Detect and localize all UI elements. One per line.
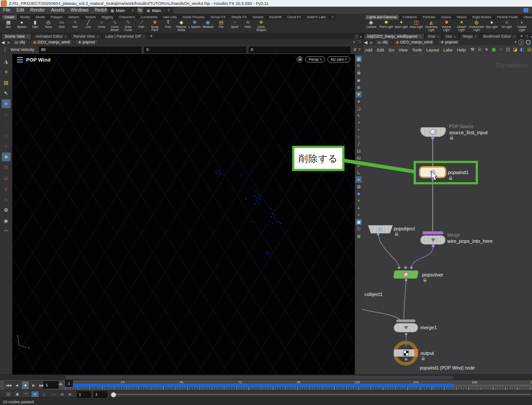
snap-grid-magnet[interactable]: ⊓ xyxy=(2,163,11,172)
shelf-tab[interactable]: Particles xyxy=(420,14,438,19)
shaded-mode[interactable]: ▰ xyxy=(356,176,362,183)
network-editor[interactable]: Dynamics POP Source source_first_input xyxy=(362,54,532,374)
shelf-tab[interactable]: Simple FX xyxy=(229,14,250,19)
shelf-tool[interactable]: ✺Spray Paint xyxy=(148,19,161,33)
shape-palette-icon[interactable]: ⁘ xyxy=(498,47,504,52)
chevron-down-icon[interactable]: ▾ xyxy=(531,35,532,39)
key-step-icon[interactable]: →• xyxy=(49,391,57,397)
info-display[interactable]: ⓘ xyxy=(356,226,362,232)
range-slider[interactable] xyxy=(111,391,531,397)
close-tab-icon[interactable]: × xyxy=(437,35,439,39)
close-tab-icon[interactable]: × xyxy=(419,35,421,39)
pane-tab[interactable]: Render View× xyxy=(70,33,102,39)
show-normals[interactable]: ╱ xyxy=(356,141,362,147)
breadcrumb-obj[interactable]: ▤obj xyxy=(12,39,27,45)
node-list-icon[interactable]: ⌸ xyxy=(477,47,482,52)
cursor-a[interactable]: ↖ xyxy=(356,113,362,119)
menu-item[interactable]: Render xyxy=(27,7,48,14)
shelf-tool[interactable]: ◗Caustic Light xyxy=(514,19,529,33)
shelf-tab[interactable]: Polygon xyxy=(48,14,65,19)
network-menu-item[interactable]: View xyxy=(396,47,410,52)
geometry-box-tool[interactable]: ▨ xyxy=(2,78,11,87)
breadcrumb-popnet[interactable]: ❖popnet xyxy=(75,39,98,45)
shelf-tool[interactable]: ●Sky Light xyxy=(484,19,499,33)
frame-ruler[interactable]: 24487296120144168192 1 xyxy=(65,380,532,390)
shelf-tool[interactable]: ●Sphere xyxy=(15,19,28,33)
desktop-selector[interactable]: ▣Main⇕ xyxy=(107,7,137,14)
node-popwind1[interactable] xyxy=(420,167,446,177)
node-popobject[interactable] xyxy=(368,225,393,234)
snap-curve-magnet[interactable]: ⊔ xyxy=(2,174,11,183)
point-numbers[interactable]: 12 xyxy=(356,148,362,154)
shelf-tab[interactable]: Viscous Fluids xyxy=(521,14,532,19)
chevron-down-icon[interactable]: ▾ xyxy=(353,40,355,44)
shelf-tool[interactable]: ✎Draw Curve xyxy=(121,19,135,33)
close-tab-icon[interactable]: × xyxy=(474,35,477,39)
arc-icon[interactable]: ◠ xyxy=(22,391,30,397)
shelf-tool[interactable]: ⟋Path xyxy=(135,19,148,33)
close-tab-icon[interactable]: × xyxy=(65,35,67,39)
view-region[interactable]: ❏ xyxy=(356,105,362,112)
select-pieces-tool[interactable]: ❂ xyxy=(2,206,11,214)
help-icon[interactable]: ? xyxy=(358,47,360,52)
shelf-tool[interactable]: ✹Point Light xyxy=(379,19,394,33)
back-icon[interactable]: ◀ xyxy=(1,40,5,45)
shelf-tab[interactable]: + xyxy=(329,14,336,19)
asset-chest-icon[interactable]: ▤ xyxy=(526,47,532,52)
node-source-first-input[interactable] xyxy=(420,127,446,137)
tripod-display[interactable]: ⅄ xyxy=(356,205,362,211)
network-menu-item[interactable]: Layout xyxy=(424,47,442,52)
shelf-tab[interactable]: Cloud FX xyxy=(285,14,304,19)
shelf-tool[interactable]: ❋L System xyxy=(188,19,201,33)
node-wire-pops-into-here[interactable] xyxy=(420,235,446,245)
shelf-tool[interactable]: ▦Box xyxy=(2,19,15,33)
export-anim-icon[interactable]: ⎘ xyxy=(4,391,12,397)
play-button[interactable]: ▶ xyxy=(30,381,38,389)
secure-selection-toggle[interactable] xyxy=(2,99,11,108)
link-badge[interactable]: 1 xyxy=(518,39,524,45)
breadcrumb-geo[interactable]: ◆GEO_manju_wind xyxy=(393,39,435,45)
node-popsolver[interactable] xyxy=(393,270,419,279)
shelf-tab[interactable]: Hair Utils xyxy=(160,14,179,19)
shelf-tool[interactable]: ◉Camera xyxy=(364,19,379,33)
menu-item[interactable]: File xyxy=(0,7,13,14)
shelf-tab[interactable]: Model xyxy=(33,14,47,19)
shelf-tab[interactable]: Particle Fluids xyxy=(494,14,520,19)
pane-link-icon[interactable]: ❐ xyxy=(357,40,360,44)
shelf-tab[interactable]: Terrain FX xyxy=(207,14,228,19)
current-frame-field[interactable]: 1 xyxy=(43,381,59,389)
stop-button[interactable]: ■ xyxy=(21,381,29,389)
shelf-tool[interactable]: ◍Environment Light xyxy=(469,19,484,33)
shelf-tool[interactable]: ◎Torus xyxy=(42,19,55,33)
scatter-tool[interactable]: ✣ xyxy=(2,131,11,140)
network-menu-item[interactable]: Edit xyxy=(375,47,386,52)
close-tab-icon[interactable]: × xyxy=(97,35,99,39)
prim-numbers[interactable]: 42 xyxy=(356,155,362,161)
scrollbar-handle[interactable] xyxy=(66,376,453,379)
lock-camera-toggle[interactable] xyxy=(356,70,362,76)
realtime-toggle[interactable]: ◷ xyxy=(31,391,39,397)
pin-playbar-icon[interactable]: ◉ xyxy=(13,391,21,397)
forward-icon[interactable]: ▶ xyxy=(370,40,374,45)
lighting-toggle[interactable]: ✹ xyxy=(356,98,362,105)
pane-tab[interactable]: /obj/GEO_manju_wind/popnet× xyxy=(364,33,424,39)
range-start-field[interactable]: 1 xyxy=(77,391,91,397)
breadcrumb-obj[interactable]: ▤obj xyxy=(375,39,390,45)
show-hulls[interactable]: ∘ xyxy=(356,134,362,140)
shelf-tab[interactable]: Texture xyxy=(82,14,99,19)
range-end-field[interactable]: 1 xyxy=(94,391,107,397)
scene-viewport[interactable]: POP Wind Persp▾ No cam▾ y x xyxy=(12,54,355,374)
menu-item[interactable]: Assets xyxy=(48,7,67,14)
network-menu-item[interactable]: Labs xyxy=(441,47,455,52)
handles-tool[interactable]: ✥ xyxy=(2,152,11,161)
pane-tab[interactable]: Bookmark Editor× xyxy=(480,33,518,39)
sticky-note-icon[interactable]: ◪ xyxy=(512,47,518,52)
wire-shaded[interactable]: ▨ xyxy=(356,183,362,190)
frame-spinner-icon[interactable]: ◀▶ xyxy=(58,382,63,386)
lasso-select-tool[interactable]: ◉ xyxy=(2,216,11,225)
show-points[interactable]: • xyxy=(356,127,362,133)
cursor-b[interactable]: ↗ xyxy=(356,120,362,126)
export-view[interactable]: ⇱ xyxy=(356,63,362,69)
shelf-tool[interactable]: ▤File xyxy=(215,19,228,33)
node-name-label[interactable]: source_first_input xyxy=(449,130,488,135)
